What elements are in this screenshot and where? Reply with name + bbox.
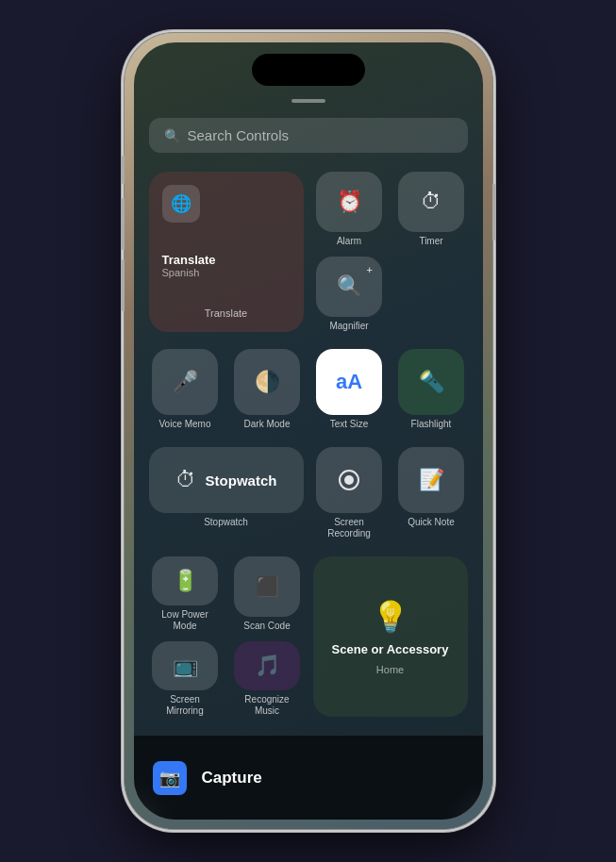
- search-placeholder: Search Controls: [188, 127, 290, 143]
- side-button-right[interactable]: [492, 184, 496, 240]
- recognize-music-icon: 🎵: [255, 654, 280, 678]
- home-tile[interactable]: 💡 Scene or Accessory Home: [313, 556, 468, 717]
- translate-name: Translate: [162, 253, 291, 267]
- flashlight-btn[interactable]: 🔦: [398, 349, 464, 415]
- stopwatch-icon: ⏱: [175, 468, 196, 492]
- alarm-icon: ⏰: [337, 190, 362, 214]
- scan-code-icon: ⬛: [256, 575, 279, 598]
- timer-cell: ⏱ Timer: [395, 172, 468, 247]
- search-bar[interactable]: 🔍 Search Controls: [149, 118, 468, 153]
- quick-note-cell: 📝 Quick Note: [395, 447, 468, 528]
- text-size-label: Text Size: [330, 419, 369, 430]
- flashlight-cell: 🔦 Flashlight: [395, 349, 468, 430]
- alarm-label: Alarm: [337, 236, 361, 247]
- dynamic-island: [252, 54, 365, 86]
- flashlight-icon: 🔦: [419, 370, 444, 394]
- screen-mirroring-icon: 📺: [173, 654, 198, 678]
- screen-mirroring-btn[interactable]: 📺: [152, 641, 218, 690]
- timer-icon: ⏱: [421, 190, 441, 214]
- stopwatch-btn[interactable]: ⏱ Stopwatch: [149, 447, 304, 513]
- quick-note-btn[interactable]: 📝: [398, 447, 464, 513]
- home-sub: Home: [376, 664, 404, 675]
- rec-dot: [339, 470, 359, 490]
- text-size-icon: aA: [336, 370, 362, 394]
- voice-memo-btn[interactable]: 🎤: [152, 349, 218, 415]
- screen-recording-btn[interactable]: [316, 447, 382, 513]
- translate-tile[interactable]: 🌐 Translate Spanish Translate: [149, 172, 304, 332]
- translate-icon-area: 🌐: [162, 185, 200, 223]
- home-label: Scene or Accessory: [332, 642, 449, 656]
- stopwatch-name: Stopwatch: [206, 472, 277, 489]
- stopwatch-label: Stopwatch: [204, 517, 248, 528]
- screen-recording-cell: ScreenRecording: [313, 447, 386, 539]
- low-power-icon: 🔋: [173, 569, 198, 593]
- capture-label: Capture: [202, 769, 262, 787]
- home-bulb-icon: 💡: [372, 599, 409, 635]
- dark-mode-btn[interactable]: 🌗: [234, 349, 300, 415]
- scan-code-cell: ⬛ Scan Code: [231, 556, 304, 632]
- dark-mode-cell: 🌗 Dark Mode: [231, 349, 304, 430]
- plus-icon: +: [367, 264, 373, 275]
- screen-mirroring-label: ScreenMirroring: [166, 694, 203, 717]
- screen-recording-label: ScreenRecording: [327, 517, 371, 539]
- magnifier-spacer: [395, 257, 468, 332]
- phone-outer: 🔍 Search Controls 🌐 Translate Spanish Tr…: [125, 33, 492, 829]
- text-size-btn[interactable]: aA: [316, 349, 382, 415]
- side-button-left-top[interactable]: [121, 156, 125, 184]
- side-button-left-vol-down[interactable]: [121, 259, 125, 311]
- recognize-music-btn[interactable]: 🎵: [234, 641, 300, 690]
- alarm-btn[interactable]: ⏰: [316, 172, 382, 232]
- translate-footer-label: Translate: [162, 307, 291, 319]
- low-power-label: Low PowerMode: [161, 609, 208, 632]
- scan-code-btn[interactable]: ⬛: [234, 556, 300, 617]
- dark-mode-label: Dark Mode: [244, 419, 291, 430]
- quick-note-icon: 📝: [419, 468, 444, 492]
- capture-icon: 📷: [159, 768, 180, 788]
- rec-dot-inner: [344, 475, 354, 485]
- scan-code-label: Scan Code: [243, 621, 290, 632]
- recognize-music-label: RecognizeMusic: [244, 694, 289, 717]
- screen-mirroring-cell: 📺 ScreenMirroring: [149, 641, 222, 717]
- flashlight-label: Flashlight: [411, 419, 452, 430]
- magnifier-label: Magnifier: [329, 321, 368, 332]
- drag-indicator: [291, 99, 325, 103]
- phone-screen: 🔍 Search Controls 🌐 Translate Spanish Tr…: [134, 42, 483, 820]
- timer-label: Timer: [419, 236, 442, 247]
- translate-icon: 🌐: [171, 193, 191, 214]
- text-size-cell: aA Text Size: [313, 349, 386, 430]
- quick-note-label: Quick Note: [408, 517, 454, 528]
- voice-memo-cell: 🎤 Voice Memo: [149, 349, 222, 430]
- magnifier-btn[interactable]: 🔍 +: [316, 257, 382, 317]
- side-button-left-vol-up[interactable]: [121, 198, 125, 250]
- stopwatch-cell: ⏱ Stopwatch Stopwatch: [149, 447, 304, 528]
- content-area: 🔍 Search Controls 🌐 Translate Spanish Tr…: [134, 42, 483, 820]
- low-power-btn[interactable]: 🔋: [152, 556, 218, 605]
- magnifier-icon: 🔍: [337, 274, 362, 299]
- magnifier-cell: 🔍 + Magnifier: [313, 257, 386, 332]
- voice-memo-icon: 🎤: [173, 370, 198, 394]
- bottom-bar: 📷 Capture: [134, 735, 483, 820]
- alarm-cell: ⏰ Alarm: [313, 172, 386, 247]
- low-power-cell: 🔋 Low PowerMode: [149, 556, 222, 632]
- search-icon: 🔍: [164, 128, 180, 143]
- dark-mode-icon: 🌗: [255, 370, 280, 394]
- translate-subtitle: Spanish: [162, 267, 291, 278]
- recognize-music-cell: 🎵 RecognizeMusic: [231, 641, 304, 717]
- capture-icon-box: 📷: [153, 761, 187, 795]
- voice-memo-label: Voice Memo: [158, 419, 210, 430]
- timer-btn[interactable]: ⏱: [398, 172, 464, 232]
